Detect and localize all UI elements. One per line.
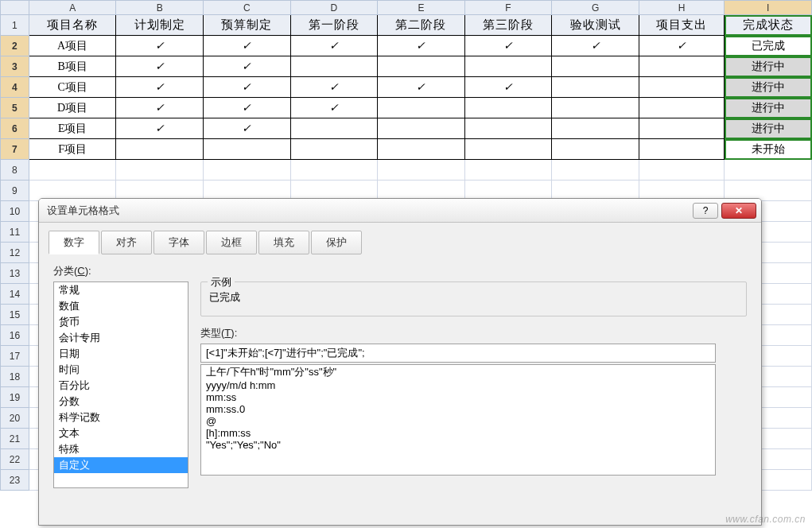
- mark-cell[interactable]: [290, 139, 378, 160]
- mark-cell[interactable]: [639, 56, 725, 77]
- row-header[interactable]: 2: [1, 36, 29, 56]
- mark-cell[interactable]: [639, 139, 725, 160]
- mark-cell[interactable]: ✓: [290, 98, 378, 118]
- col-header-E[interactable]: E: [378, 1, 465, 15]
- status-cell[interactable]: 进行中: [725, 77, 812, 98]
- mark-cell[interactable]: ✓: [116, 98, 204, 118]
- empty-cell[interactable]: [29, 160, 116, 181]
- category-listbox[interactable]: 常规数值货币会计专用日期时间百分比分数科学记数文本特殊自定义: [53, 281, 188, 488]
- col-header-B[interactable]: B: [116, 1, 204, 15]
- empty-cell[interactable]: [725, 160, 812, 181]
- category-item[interactable]: 常规: [54, 282, 188, 298]
- status-cell[interactable]: 已完成: [725, 36, 812, 56]
- mark-cell[interactable]: ✓: [290, 36, 378, 56]
- type-input[interactable]: [200, 344, 716, 363]
- mark-cell[interactable]: [464, 118, 552, 139]
- project-name-cell[interactable]: A项目: [29, 36, 116, 56]
- tab-字体[interactable]: 字体: [153, 231, 204, 254]
- header-cell[interactable]: 计划制定: [116, 15, 204, 36]
- mark-cell[interactable]: [552, 77, 639, 98]
- col-header-I[interactable]: I: [725, 1, 812, 15]
- col-header-C[interactable]: C: [204, 1, 291, 15]
- mark-cell[interactable]: [204, 139, 291, 160]
- empty-cell[interactable]: [552, 160, 639, 181]
- tab-保护[interactable]: 保护: [311, 231, 362, 254]
- status-cell[interactable]: 未开始: [725, 139, 812, 160]
- row-header[interactable]: 22: [1, 449, 29, 470]
- row-header[interactable]: 21: [1, 429, 29, 449]
- status-cell[interactable]: 进行中: [725, 56, 812, 77]
- empty-cell[interactable]: [378, 160, 465, 181]
- header-cell[interactable]: 项目名称: [29, 15, 116, 36]
- mark-cell[interactable]: [378, 118, 465, 139]
- row-header[interactable]: 7: [1, 139, 29, 160]
- col-header-A[interactable]: A: [29, 1, 116, 15]
- mark-cell[interactable]: [552, 56, 639, 77]
- type-list-item[interactable]: yyyy/m/d h:mm: [201, 379, 715, 391]
- mark-cell[interactable]: [552, 98, 639, 118]
- type-list-item[interactable]: mm:ss.0: [201, 403, 715, 415]
- col-header-H[interactable]: H: [639, 1, 725, 15]
- mark-cell[interactable]: ✓: [116, 77, 204, 98]
- mark-cell[interactable]: [378, 139, 465, 160]
- mark-cell[interactable]: [639, 118, 725, 139]
- header-cell[interactable]: 第二阶段: [378, 15, 465, 36]
- mark-cell[interactable]: ✓: [464, 36, 552, 56]
- category-item[interactable]: 百分比: [54, 378, 188, 394]
- mark-cell[interactable]: ✓: [204, 56, 291, 77]
- row-header[interactable]: 1: [1, 15, 29, 36]
- row-header[interactable]: 8: [1, 160, 29, 181]
- mark-cell[interactable]: ✓: [290, 77, 378, 98]
- mark-cell[interactable]: [552, 139, 639, 160]
- row-header[interactable]: 12: [1, 243, 29, 263]
- row-header[interactable]: 14: [1, 284, 29, 305]
- mark-cell[interactable]: ✓: [204, 118, 291, 139]
- mark-cell[interactable]: [464, 139, 552, 160]
- mark-cell[interactable]: ✓: [552, 36, 639, 56]
- header-cell[interactable]: 验收测试: [552, 15, 639, 36]
- mark-cell[interactable]: [378, 56, 465, 77]
- category-item[interactable]: 数值: [54, 298, 188, 314]
- mark-cell[interactable]: ✓: [464, 77, 552, 98]
- mark-cell[interactable]: [464, 56, 552, 77]
- row-header[interactable]: 5: [1, 98, 29, 118]
- col-header-F[interactable]: F: [464, 1, 552, 15]
- mark-cell[interactable]: ✓: [378, 77, 465, 98]
- row-header[interactable]: 19: [1, 387, 29, 408]
- category-item[interactable]: 货币: [54, 314, 188, 330]
- category-item[interactable]: 文本: [54, 425, 188, 441]
- mark-cell[interactable]: ✓: [378, 36, 465, 56]
- mark-cell[interactable]: ✓: [204, 77, 291, 98]
- empty-cell[interactable]: [116, 160, 204, 181]
- row-header[interactable]: 11: [1, 222, 29, 243]
- project-name-cell[interactable]: F项目: [29, 139, 116, 160]
- type-listbox[interactable]: 上午/下午h"时"mm"分"ss"秒"yyyy/m/d h:mmmm:ssmm:…: [200, 364, 716, 476]
- header-cell[interactable]: 第三阶段: [464, 15, 552, 36]
- row-header[interactable]: 4: [1, 77, 29, 98]
- mark-cell[interactable]: ✓: [116, 56, 204, 77]
- category-item[interactable]: 时间: [54, 362, 188, 378]
- header-cell[interactable]: 预算制定: [204, 15, 291, 36]
- tab-填充[interactable]: 填充: [258, 231, 309, 254]
- row-header[interactable]: 23: [1, 470, 29, 491]
- type-list-item[interactable]: 上午/下午h"时"mm"分"ss"秒": [201, 365, 715, 379]
- col-header-G[interactable]: G: [552, 1, 639, 15]
- project-name-cell[interactable]: B项目: [29, 56, 116, 77]
- type-list-item[interactable]: mm:ss: [201, 391, 715, 403]
- tab-数字[interactable]: 数字: [49, 231, 99, 254]
- type-list-item[interactable]: [h]:mm:ss: [201, 427, 715, 439]
- status-cell[interactable]: 进行中: [725, 98, 812, 118]
- row-header[interactable]: 17: [1, 346, 29, 367]
- mark-cell[interactable]: [290, 118, 378, 139]
- empty-cell[interactable]: [464, 160, 552, 181]
- category-item[interactable]: 会计专用: [54, 330, 188, 346]
- row-header[interactable]: 16: [1, 325, 29, 346]
- project-name-cell[interactable]: C项目: [29, 77, 116, 98]
- row-header[interactable]: 20: [1, 408, 29, 429]
- header-cell[interactable]: 完成状态: [725, 15, 812, 36]
- empty-cell[interactable]: [204, 160, 291, 181]
- row-header[interactable]: 6: [1, 118, 29, 139]
- type-list-item[interactable]: "Yes";"Yes";"No": [201, 439, 715, 451]
- header-cell[interactable]: 第一阶段: [290, 15, 378, 36]
- project-name-cell[interactable]: D项目: [29, 98, 116, 118]
